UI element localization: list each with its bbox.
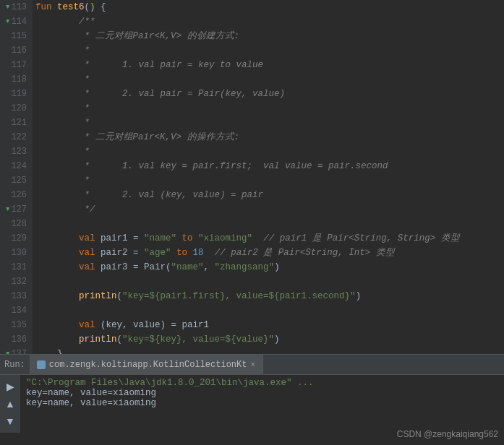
token-plain: pair2 = [101,246,144,260]
line-number: 119 [6,87,27,101]
token-cm: * 1. [85,159,139,173]
token-plain [35,116,85,130]
line-number: 132 [6,275,27,289]
code-line [35,275,504,289]
token-plain [35,130,85,144]
scroll-up-button[interactable]: ▲ [3,397,17,411]
token-plain: (key, value) = pair1 [101,318,209,332]
tab-close-icon[interactable]: × [250,360,255,369]
token-plain [35,289,79,303]
token-plain: () { [85,0,106,14]
token-plain [35,29,85,43]
token-cm: /** [79,14,95,29]
token-plain [35,101,85,116]
run-output-lines: key=name, value=xiaomingkey=name, value=… [26,388,498,408]
token-plain [35,159,85,173]
line-number: 133 [6,289,27,303]
token-num: 18 [193,246,204,260]
token-plain: ) [274,332,280,347]
fold-icon[interactable]: ▼ [6,14,9,29]
token-plain [252,231,263,246]
code-line: * 2. val pair = Pair(key, value) [35,87,504,101]
token-cm: 的操作方式: [181,130,239,144]
line-number: 116 [6,43,27,58]
token-cm: * 二元对组 [85,130,133,144]
tab-icon [37,360,46,369]
line-number: 124 [6,159,27,173]
fold-icon[interactable]: ▼ [6,347,9,354]
code-line: * 1. val key = pair.first; val value = p… [35,159,504,173]
token-cm-it: Pair<K,V> [133,29,182,43]
token-plain [35,246,79,260]
run-label: Run: [0,360,30,370]
token-plain [35,43,85,58]
token-kw: to [176,231,198,246]
token-cm-it: val pair = Pair(key, value) [139,87,286,101]
token-cm-it: val key = pair.first; val value = pair.s… [139,159,388,173]
code-line: * [35,101,504,116]
token-plain [35,14,79,29]
token-cm: * [85,101,90,116]
code-line: */ [35,202,504,217]
code-line: /** [35,14,504,29]
token-plain: pair3 = Pair( [101,260,171,275]
token-kw: val [79,260,101,275]
code-line: * 二元对组Pair<K,V> 的操作方式: [35,130,504,144]
line-number: ▼127 [6,202,27,217]
token-cm: * [85,116,90,130]
line-number: ▼113 [6,0,27,14]
code-line: * [35,116,504,130]
line-number: 128 [6,217,27,231]
token-str: "key=${pair1.first}, value=${pair1.secon… [122,289,356,303]
code-line: * [35,43,504,58]
line-number: 136 [6,332,27,347]
token-str: "zhangsang" [215,260,275,275]
run-panel: ▶ ▲ ▼ "C:\Program Files\Java\jdk1.8.0_20… [0,374,504,433]
code-line: } [35,347,504,354]
token-plain [35,72,85,87]
tab-item[interactable]: com.zengk.koltinapp.KotlinCollectionKt × [30,355,263,375]
fold-icon[interactable]: ▼ [6,202,9,217]
token-cm: * [85,43,90,58]
run-output-area: "C:\Program Files\Java\jdk1.8.0_201\bin\… [20,375,504,433]
scroll-down-button[interactable]: ▼ [3,414,17,428]
run-side-controls: ▶ ▲ ▼ [0,375,20,433]
code-line: * 二元对组Pair<K,V> 的创建方式: [35,29,504,43]
line-number: 122 [6,130,27,144]
token-cm-it: Pair<String, String> [327,231,435,246]
tab-bar: Run: com.zengk.koltinapp.KotlinCollectio… [0,354,504,374]
code-line: * 2. val (key, value) = pair [35,188,504,202]
token-plain [35,332,79,347]
line-number: 118 [6,72,27,87]
token-cm: // pair1 是 [263,231,327,246]
watermark: CSDN @zengkaiqiang562 [397,429,498,439]
code-line: fun test6() { [35,0,504,14]
code-line: println("key=${pair1.first}, value=${pai… [35,289,504,303]
token-cm: 类型 [370,246,395,260]
token-cm: * 2. [85,188,139,202]
output-line: key=name, value=xiaoming [26,388,498,398]
token-plain [35,144,85,159]
run-path: "C:\Program Files\Java\jdk1.8.0_201\bin\… [26,378,498,388]
token-cm: * [85,72,90,87]
tab-name: com.zengk.koltinapp.KotlinCollectionKt [49,360,247,370]
token-cm: 的创建方式: [181,29,239,43]
token-plain: pair1 = [101,231,144,246]
code-line: val (key, value) = pair1 [35,318,504,332]
line-number: 117 [6,58,27,72]
play-button[interactable]: ▶ [3,379,17,394]
code-line: val pair3 = Pair("name", "zhangsang") [35,260,504,275]
token-kw: to [171,246,193,260]
line-number: 125 [6,173,27,188]
output-line: key=name, value=xiaoming [26,398,498,408]
token-plain [35,260,79,275]
line-number: 131 [6,260,27,275]
line-number: 115 [6,29,27,43]
run-panel-inner: ▶ ▲ ▼ "C:\Program Files\Java\jdk1.8.0_20… [0,375,504,433]
token-plain: , [204,260,215,275]
code-lines: fun test6() { /** * 二元对组Pair<K,V> 的创建方式:… [33,0,504,354]
token-fn: test6 [57,0,85,14]
token-plain [35,202,85,217]
token-cm: // pair2 是 [215,246,278,260]
fold-icon[interactable]: ▼ [6,0,9,14]
